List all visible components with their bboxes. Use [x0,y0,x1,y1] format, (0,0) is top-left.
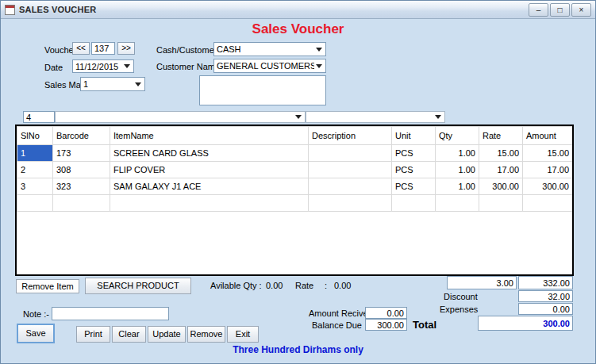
balance-due-input[interactable] [365,319,407,331]
search-product-button[interactable]: SEARCH PRODUCT [85,278,191,294]
amount-in-words: Three Hundred Dirhams only [1,344,595,355]
save-button[interactable]: Save [17,324,55,343]
total-qty-input[interactable] [447,276,517,289]
grid-cell[interactable] [110,195,309,212]
customer-address-box[interactable] [199,75,326,105]
note-input[interactable] [52,307,169,320]
window-controls: – □ × [527,3,591,17]
col-header-slno[interactable]: SlNo [17,127,53,145]
minimize-icon[interactable]: – [529,3,548,17]
grid-cell[interactable] [309,195,392,212]
chevron-down-icon [135,82,141,86]
grid-cell[interactable] [309,162,392,178]
grid-cell[interactable] [392,195,436,212]
table-row: 2308FLIP COVERPCS1.0017.0017.00 [17,162,573,178]
grid-cell[interactable] [17,195,53,212]
customer-name-value: GENERAL CUSTOMERS [217,61,314,71]
grid-cell[interactable]: PCS [392,145,436,162]
table-row [17,195,573,212]
amount-received-label: Amount Recived [309,308,373,318]
cash-customer-value: CASH [217,44,314,54]
grid-cell[interactable]: 323 [53,178,110,195]
grid-cell[interactable]: FLIP COVER [110,162,309,178]
total-input[interactable] [478,316,573,331]
grid-cell[interactable] [309,145,392,162]
date-picker[interactable]: 11/12/2015 [72,59,134,73]
app-icon [5,5,15,15]
entry-slno-cell[interactable]: 4 [23,111,55,123]
grid-cell[interactable]: 173 [53,145,110,162]
sales-man-select[interactable]: 1 [80,77,145,91]
customer-name-label: Customer Name [156,62,220,71]
grid-cell[interactable]: PCS [392,162,436,178]
rate-value: 0.00 [334,281,351,290]
entry-item-select[interactable] [55,111,306,123]
amount-received-input[interactable] [365,307,407,319]
clear-button[interactable]: Clear [112,326,146,343]
grid-cell[interactable]: 300.00 [523,178,573,195]
chevron-down-icon [316,48,322,52]
note-label: Note :- [23,309,49,319]
items-grid-body: 1173SCREEN CARD GLASSPCS1.0015.0015.0023… [17,145,573,212]
cash-customer-select[interactable]: CASH [213,42,326,56]
expenses-input[interactable] [518,303,573,315]
grid-cell[interactable] [436,195,479,212]
titlebar[interactable]: SALES VOUCHER – □ × [1,1,595,19]
grid-cell[interactable]: 308 [53,162,110,178]
grid-cell[interactable]: 1 [17,145,53,162]
update-button[interactable]: Update [148,326,186,343]
grid-cell[interactable]: 1.00 [436,178,479,195]
grid-cell[interactable] [309,178,392,195]
grid-cell[interactable]: 3 [17,178,53,195]
col-header-amount[interactable]: Amount [523,127,573,145]
discount-input[interactable] [518,290,573,302]
grid-cell[interactable] [523,195,573,212]
chevron-down-icon [316,64,322,68]
remove-button[interactable]: Remove [187,326,225,343]
grid-cell[interactable]: 17.00 [523,162,573,178]
next-voucher-button[interactable]: >> [117,42,135,55]
entry-description-select[interactable] [306,111,445,123]
grid-cell[interactable]: SCREEN CARD GLASS [110,145,309,162]
items-grid: SlNo Barcode ItemName Description Unit Q… [15,125,574,276]
cash-customer-label: Cash/Customer [156,45,217,55]
total-label: Total [413,319,436,331]
print-button[interactable]: Print [76,326,110,343]
grid-cell[interactable]: 2 [17,162,53,178]
grid-cell[interactable]: 300.00 [479,178,523,195]
grid-header-row: SlNo Barcode ItemName Description Unit Q… [17,127,573,145]
page-title: Sales Voucher [1,21,595,37]
date-value: 11/12/2015 [75,62,122,71]
grid-cell[interactable]: PCS [392,178,436,195]
available-qty-label: Avilable Qty : [210,281,262,290]
voucher-no-input[interactable] [91,42,115,55]
close-icon[interactable]: × [571,3,591,17]
grid-cell[interactable]: 15.00 [479,145,523,162]
grid-cell[interactable]: 17.00 [479,162,523,178]
table-row: 1173SCREEN CARD GLASSPCS1.0015.0015.00 [17,145,573,162]
grid-cell[interactable]: 1.00 [436,145,479,162]
exit-button[interactable]: Exit [227,326,259,343]
col-header-qty[interactable]: Qty [436,127,479,145]
prev-voucher-button[interactable]: << [72,42,90,55]
gross-amount-input[interactable] [518,276,573,289]
grid-cell[interactable] [53,195,110,212]
discount-label: Discount [444,292,478,301]
sales-voucher-window: SALES VOUCHER – □ × Sales Voucher Vouche… [0,0,596,364]
col-header-barcode[interactable]: Barcode [53,127,110,145]
grid-cell[interactable]: 15.00 [523,145,573,162]
grid-cell[interactable] [479,195,523,212]
grid-cell[interactable]: SAM GALAXY J1 ACE [110,178,309,195]
col-header-unit[interactable]: Unit [392,127,436,145]
table-row: 3323SAM GALAXY J1 ACEPCS1.00300.00300.00 [17,178,573,195]
grid-cell[interactable]: 1.00 [436,162,479,178]
col-header-description[interactable]: Description [309,127,392,145]
col-header-rate[interactable]: Rate [479,127,523,145]
available-qty-value: 0.00 [266,281,283,290]
rate-label: Rate [295,281,313,290]
window-title: SALES VOUCHER [19,5,96,14]
remove-item-button[interactable]: Remove Item [16,279,79,293]
customer-name-select[interactable]: GENERAL CUSTOMERS [213,59,326,73]
maximize-icon[interactable]: □ [550,3,570,17]
col-header-itemname[interactable]: ItemName [110,127,309,145]
